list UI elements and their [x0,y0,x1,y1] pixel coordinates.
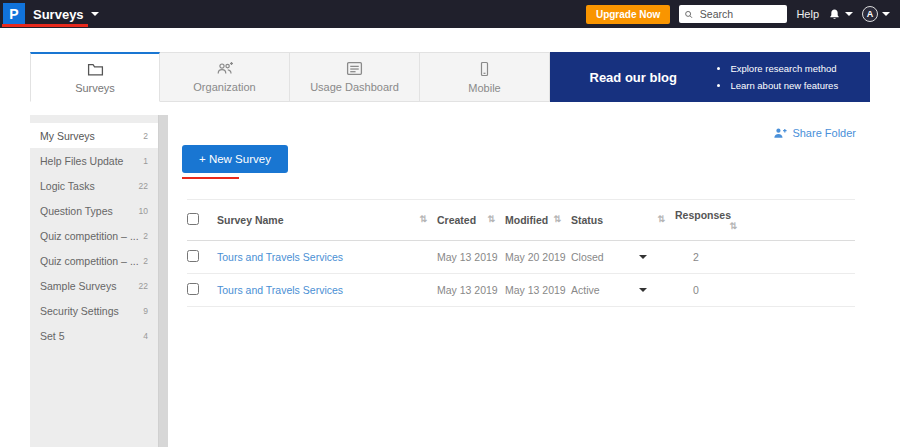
sidebar-item-my-surveys[interactable]: My Surveys 2 [30,123,158,148]
sort-icon[interactable]: ⇅ [553,214,561,224]
modified-cell: May 20 2019 [505,241,571,274]
sidebar-item-label: Quiz competition – ... [40,230,139,242]
blog-bullet: Explore research method [730,60,838,77]
search-input[interactable] [698,7,783,21]
sidebar-item-sample-surveys[interactable]: Sample Surveys 22 [30,273,158,298]
tab-usage-dashboard[interactable]: Usage Dashboard [290,52,420,102]
tab-label: Usage Dashboard [310,81,399,93]
table-row: Tours and Travels Services May 13 2019 M… [187,241,855,274]
folders-sidebar: My Surveys 2 Help Files Update 1 Logic T… [30,115,158,447]
tab-label: Surveys [75,82,115,94]
blog-bullet-list: Explore research method Learn about new … [716,60,838,94]
created-cell: May 13 2019 [437,241,505,274]
select-all-checkbox[interactable] [187,213,199,225]
tab-label: Mobile [468,82,500,94]
sidebar-item-security-settings[interactable]: Security Settings 9 [30,298,158,323]
created-cell: May 13 2019 [437,274,505,307]
sidebar-item-count: 2 [143,131,148,141]
sidebar-item-set-5[interactable]: Set 5 4 [30,323,158,348]
tab-mobile[interactable]: Mobile [420,52,550,102]
surveys-table: Survey Name ⇅ Created ⇅ Modified ⇅ Statu… [187,199,855,307]
sidebar-item-count: 10 [139,206,148,216]
responses-cell: 0 [675,274,747,307]
avatar: A [862,6,878,22]
sort-icon[interactable]: ⇅ [657,214,665,224]
account-menu[interactable]: A [862,6,890,22]
column-header-responses[interactable]: Responses ⇅ [675,200,747,241]
status-value: Active [571,284,600,296]
top-bar: P Surveys Upgrade Now Help A [0,0,900,28]
column-header-label: Survey Name [217,214,284,226]
tab-label: Organization [193,81,255,93]
row-checkbox[interactable] [187,283,199,295]
sidebar-item-count: 22 [139,181,148,191]
sidebar-item-label: Set 5 [40,330,65,342]
new-survey-button[interactable]: + New Survey [182,145,288,173]
sidebar-item-help-files-update[interactable]: Help Files Update 1 [30,148,158,173]
sidebar-item-label: Help Files Update [40,155,123,167]
app-title-chevron-down-icon[interactable] [91,12,99,16]
modified-cell: May 13 2019 [505,274,571,307]
responses-cell: 2 [675,241,747,274]
sidebar-item-quiz-competition-2[interactable]: Quiz competition – ... 2 [30,248,158,273]
table-row: Tours and Travels Services May 13 2019 M… [187,274,855,307]
sidebar-item-label: Security Settings [40,305,119,317]
sidebar-item-count: 4 [143,331,148,341]
blog-title: Read our blog [550,70,716,85]
share-folder-label: Share Folder [792,127,856,139]
app-title: Surveys [33,7,84,22]
account-chevron-down-icon [882,12,890,16]
column-header-created[interactable]: Created ⇅ [437,200,505,241]
smartphone-icon [477,61,492,77]
help-link[interactable]: Help [796,8,819,20]
status-cell: Active [571,274,675,307]
search-box[interactable] [679,5,787,23]
column-header-modified[interactable]: Modified ⇅ [505,200,571,241]
sidebar-item-label: Sample Surveys [40,280,116,292]
column-header-label: Modified [505,214,548,226]
main-panel: Share Folder + New Survey Survey Name ⇅ … [168,115,870,447]
column-header-status[interactable]: Status ⇅ [571,200,675,241]
search-icon [684,9,693,20]
table-header-row: Survey Name ⇅ Created ⇅ Modified ⇅ Statu… [187,200,855,241]
topbar-right-group: Upgrade Now Help A [586,5,892,24]
sidebar-item-label: Quiz competition – ... [40,255,139,267]
sidebar-item-count: 2 [143,231,148,241]
annotation-underline-new-survey [182,177,239,179]
survey-name-link[interactable]: Tours and Travels Services [217,251,343,263]
tab-organization[interactable]: Organization [160,52,290,102]
tab-surveys[interactable]: Surveys [30,52,160,102]
column-header-label: Status [571,214,603,226]
blog-banner[interactable]: Read our blog Explore research method Le… [550,52,870,102]
status-dropdown-chevron-down-icon[interactable] [639,255,647,259]
sidebar-item-count: 9 [143,306,148,316]
people-plus-icon [216,61,234,76]
row-checkbox[interactable] [187,250,199,262]
main-nav-tabs: Surveys Organization Usage Dashboard Mob… [30,52,870,102]
sidebar-item-label: Logic Tasks [40,180,95,192]
upgrade-now-button[interactable]: Upgrade Now [586,5,670,24]
sidebar-item-count: 2 [143,256,148,266]
sort-icon[interactable]: ⇅ [487,214,495,224]
sort-icon[interactable]: ⇅ [729,221,737,231]
sidebar-item-quiz-competition-1[interactable]: Quiz competition – ... 2 [30,223,158,248]
sidebar-scrollbar[interactable] [158,115,168,447]
column-header-survey-name[interactable]: Survey Name ⇅ [217,200,437,241]
app-logo[interactable]: P [3,3,25,25]
column-header-label: Responses [675,209,731,221]
status-cell: Closed [571,241,675,274]
notifications-group[interactable] [828,8,853,21]
annotation-underline-surveys [2,24,88,27]
sort-icon[interactable]: ⇅ [419,214,427,224]
sidebar-item-count: 22 [139,281,148,291]
status-value: Closed [571,251,604,263]
content-area: My Surveys 2 Help Files Update 1 Logic T… [30,115,870,447]
share-folder-link[interactable]: Share Folder [773,127,856,139]
sidebar-item-logic-tasks[interactable]: Logic Tasks 22 [30,173,158,198]
blog-bullet: Learn about new features [730,77,838,94]
notifications-chevron-down-icon [845,12,853,16]
status-dropdown-chevron-down-icon[interactable] [639,288,647,292]
survey-name-link[interactable]: Tours and Travels Services [217,284,343,296]
column-header-label: Created [437,214,476,226]
sidebar-item-question-types[interactable]: Question Types 10 [30,198,158,223]
